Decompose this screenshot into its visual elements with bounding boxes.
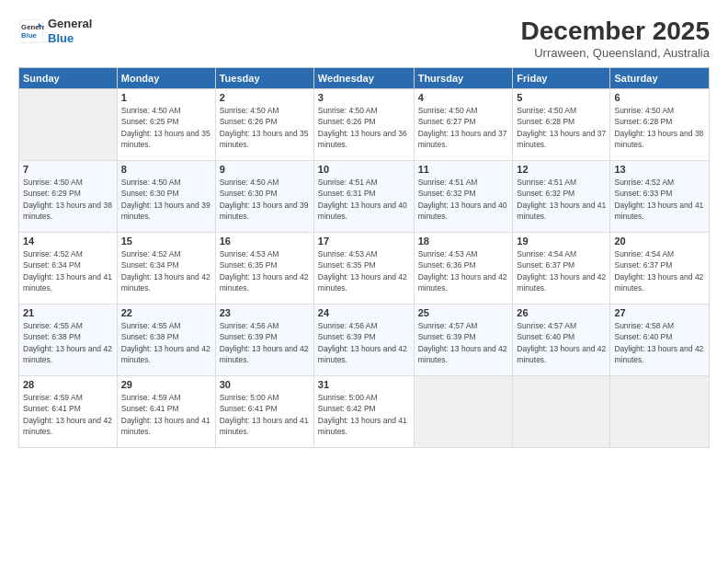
day-info: Sunrise: 4:50 AMSunset: 6:28 PMDaylight:… [614, 105, 705, 150]
calendar-cell: 21Sunrise: 4:55 AMSunset: 6:38 PMDayligh… [19, 304, 118, 376]
day-number: 13 [614, 164, 705, 175]
week-row-2: 7Sunrise: 4:50 AMSunset: 6:29 PMDaylight… [19, 161, 710, 233]
day-info: Sunrise: 4:53 AMSunset: 6:35 PMDaylight:… [318, 248, 410, 293]
calendar-cell [513, 376, 610, 448]
day-number: 15 [121, 236, 211, 247]
day-number: 2 [220, 92, 310, 103]
day-number: 11 [418, 164, 509, 175]
day-number: 19 [517, 236, 606, 247]
calendar-cell: 15Sunrise: 4:52 AMSunset: 6:34 PMDayligh… [117, 233, 215, 304]
calendar-cell: 11Sunrise: 4:51 AMSunset: 6:32 PMDayligh… [414, 161, 513, 233]
day-number: 3 [318, 92, 410, 103]
calendar-cell: 9Sunrise: 4:50 AMSunset: 6:30 PMDaylight… [215, 161, 313, 233]
day-number: 9 [220, 164, 310, 175]
week-row-3: 14Sunrise: 4:52 AMSunset: 6:34 PMDayligh… [19, 233, 710, 304]
col-header-sunday: Sunday [19, 68, 118, 89]
day-number: 30 [220, 379, 310, 390]
day-number: 29 [121, 379, 211, 390]
day-info: Sunrise: 4:51 AMSunset: 6:31 PMDaylight:… [318, 177, 410, 222]
calendar-cell: 17Sunrise: 4:53 AMSunset: 6:35 PMDayligh… [313, 233, 414, 304]
day-info: Sunrise: 5:00 AMSunset: 6:42 PMDaylight:… [318, 392, 410, 437]
calendar-cell: 12Sunrise: 4:51 AMSunset: 6:32 PMDayligh… [513, 161, 610, 233]
calendar-cell: 27Sunrise: 4:58 AMSunset: 6:40 PMDayligh… [610, 304, 710, 376]
day-info: Sunrise: 4:50 AMSunset: 6:27 PMDaylight:… [418, 105, 509, 150]
day-info: Sunrise: 4:50 AMSunset: 6:28 PMDaylight:… [517, 105, 606, 150]
day-number: 25 [418, 307, 509, 318]
day-info: Sunrise: 4:54 AMSunset: 6:37 PMDaylight:… [614, 248, 705, 293]
day-number: 24 [318, 307, 410, 318]
calendar-cell: 5Sunrise: 4:50 AMSunset: 6:28 PMDaylight… [513, 89, 610, 161]
calendar-cell: 29Sunrise: 4:59 AMSunset: 6:41 PMDayligh… [117, 376, 215, 448]
day-number: 31 [318, 379, 410, 390]
calendar-cell: 31Sunrise: 5:00 AMSunset: 6:42 PMDayligh… [313, 376, 414, 448]
col-header-tuesday: Tuesday [215, 68, 313, 89]
location-subtitle: Urraween, Queensland, Australia [521, 46, 710, 60]
calendar-cell: 1Sunrise: 4:50 AMSunset: 6:25 PMDaylight… [117, 89, 215, 161]
day-number: 8 [121, 164, 211, 175]
day-info: Sunrise: 4:51 AMSunset: 6:32 PMDaylight:… [517, 177, 606, 222]
day-info: Sunrise: 4:55 AMSunset: 6:38 PMDaylight:… [121, 320, 211, 365]
calendar-cell: 10Sunrise: 4:51 AMSunset: 6:31 PMDayligh… [313, 161, 414, 233]
day-number: 18 [418, 236, 509, 247]
day-info: Sunrise: 4:50 AMSunset: 6:26 PMDaylight:… [220, 105, 310, 150]
day-number: 21 [23, 307, 113, 318]
logo-text: General Blue [48, 17, 92, 45]
month-title: December 2025 [521, 17, 710, 46]
day-info: Sunrise: 4:56 AMSunset: 6:39 PMDaylight:… [220, 320, 310, 365]
day-number: 1 [121, 92, 211, 103]
col-header-saturday: Saturday [610, 68, 710, 89]
day-info: Sunrise: 4:53 AMSunset: 6:36 PMDaylight:… [418, 248, 509, 293]
calendar-cell: 30Sunrise: 5:00 AMSunset: 6:41 PMDayligh… [215, 376, 313, 448]
logo-icon: General Blue [18, 18, 44, 44]
day-info: Sunrise: 4:55 AMSunset: 6:38 PMDaylight:… [23, 320, 113, 365]
day-number: 4 [418, 92, 509, 103]
day-info: Sunrise: 4:50 AMSunset: 6:30 PMDaylight:… [121, 177, 211, 222]
calendar-cell: 25Sunrise: 4:57 AMSunset: 6:39 PMDayligh… [414, 304, 513, 376]
calendar-cell: 22Sunrise: 4:55 AMSunset: 6:38 PMDayligh… [117, 304, 215, 376]
week-row-5: 28Sunrise: 4:59 AMSunset: 6:41 PMDayligh… [19, 376, 710, 448]
calendar-cell: 8Sunrise: 4:50 AMSunset: 6:30 PMDaylight… [117, 161, 215, 233]
day-number: 16 [220, 236, 310, 247]
calendar-cell [414, 376, 513, 448]
calendar-cell [19, 89, 118, 161]
day-number: 12 [517, 164, 606, 175]
calendar-cell: 7Sunrise: 4:50 AMSunset: 6:29 PMDaylight… [19, 161, 118, 233]
logo-line1: General [48, 17, 92, 31]
day-info: Sunrise: 4:58 AMSunset: 6:40 PMDaylight:… [614, 320, 705, 365]
calendar-cell: 19Sunrise: 4:54 AMSunset: 6:37 PMDayligh… [513, 233, 610, 304]
calendar-header-row: SundayMondayTuesdayWednesdayThursdayFrid… [19, 68, 710, 89]
day-info: Sunrise: 4:52 AMSunset: 6:33 PMDaylight:… [614, 177, 705, 222]
calendar-cell: 24Sunrise: 4:56 AMSunset: 6:39 PMDayligh… [313, 304, 414, 376]
calendar-table: SundayMondayTuesdayWednesdayThursdayFrid… [18, 67, 710, 448]
calendar-cell: 4Sunrise: 4:50 AMSunset: 6:27 PMDaylight… [414, 89, 513, 161]
day-info: Sunrise: 4:52 AMSunset: 6:34 PMDaylight:… [121, 248, 211, 293]
logo: General Blue General Blue [18, 17, 92, 45]
day-info: Sunrise: 4:50 AMSunset: 6:30 PMDaylight:… [220, 177, 310, 222]
calendar-cell: 3Sunrise: 4:50 AMSunset: 6:26 PMDaylight… [313, 89, 414, 161]
day-info: Sunrise: 4:50 AMSunset: 6:25 PMDaylight:… [121, 105, 211, 150]
calendar-cell: 18Sunrise: 4:53 AMSunset: 6:36 PMDayligh… [414, 233, 513, 304]
svg-text:General: General [21, 23, 44, 31]
header: General Blue General Blue December 2025 … [18, 17, 710, 60]
title-block: December 2025 Urraween, Queensland, Aust… [521, 17, 710, 60]
calendar-cell: 23Sunrise: 4:56 AMSunset: 6:39 PMDayligh… [215, 304, 313, 376]
calendar-cell: 13Sunrise: 4:52 AMSunset: 6:33 PMDayligh… [610, 161, 710, 233]
day-number: 22 [121, 307, 211, 318]
day-info: Sunrise: 5:00 AMSunset: 6:41 PMDaylight:… [220, 392, 310, 437]
day-number: 27 [614, 307, 705, 318]
day-info: Sunrise: 4:53 AMSunset: 6:35 PMDaylight:… [220, 248, 310, 293]
day-info: Sunrise: 4:51 AMSunset: 6:32 PMDaylight:… [418, 177, 509, 222]
day-info: Sunrise: 4:59 AMSunset: 6:41 PMDaylight:… [121, 392, 211, 437]
col-header-monday: Monday [117, 68, 215, 89]
day-info: Sunrise: 4:50 AMSunset: 6:29 PMDaylight:… [23, 177, 113, 222]
col-header-thursday: Thursday [414, 68, 513, 89]
day-number: 17 [318, 236, 410, 247]
calendar-cell: 2Sunrise: 4:50 AMSunset: 6:26 PMDaylight… [215, 89, 313, 161]
day-number: 7 [23, 164, 113, 175]
day-number: 5 [517, 92, 606, 103]
calendar-cell: 26Sunrise: 4:57 AMSunset: 6:40 PMDayligh… [513, 304, 610, 376]
day-info: Sunrise: 4:52 AMSunset: 6:34 PMDaylight:… [23, 248, 113, 293]
day-number: 28 [23, 379, 113, 390]
svg-text:Blue: Blue [21, 31, 38, 40]
day-number: 20 [614, 236, 705, 247]
